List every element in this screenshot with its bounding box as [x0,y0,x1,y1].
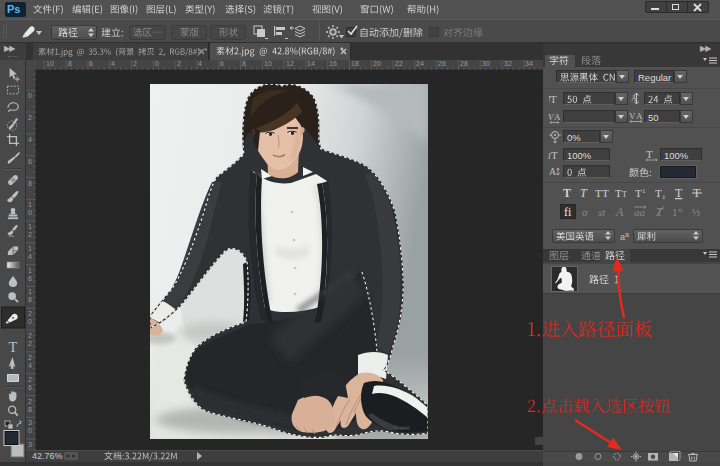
svg-text:st: st [678,206,683,214]
svg-text:1: 1 [642,187,646,195]
svg-text:T: T [655,187,662,199]
svg-text:a: a [625,231,629,238]
svg-text:1: 1 [672,206,678,218]
svg-text:½: ½ [692,206,700,218]
svg-text:A: A [615,205,624,219]
svg-text:T: T [563,186,571,200]
svg-text:T: T [9,339,18,355]
svg-text:aa: aa [634,206,646,218]
svg-text:T: T [646,148,653,160]
svg-text:fi: fi [564,205,572,219]
svg-text:T: T [635,187,642,199]
svg-text:A: A [549,166,557,177]
svg-text:A: A [631,94,637,103]
svg-text:A: A [636,111,643,121]
svg-text:T: T [622,190,627,199]
svg-text:T: T [615,187,622,199]
svg-text:V: V [629,111,636,121]
svg-text:T: T [602,187,609,199]
svg-text:st: st [598,206,606,218]
svg-text:T: T [675,186,683,200]
svg-text:T: T [550,93,557,105]
svg-text:1: 1 [662,193,666,200]
svg-text:T: T [580,186,588,200]
svg-text:T: T [595,187,602,199]
svg-text:A: A [554,112,561,122]
svg-text:σ: σ [582,206,588,218]
svg-text:T: T [551,149,558,161]
